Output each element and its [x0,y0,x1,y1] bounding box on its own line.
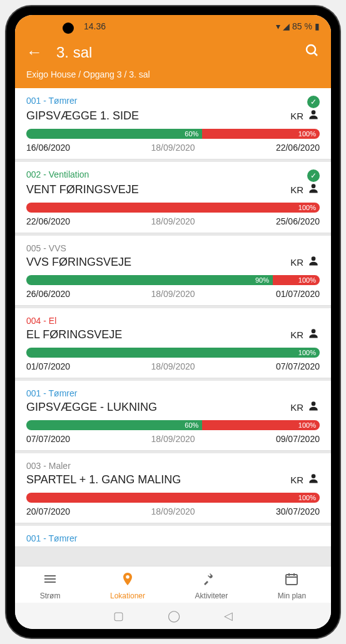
task-dates: 22/06/202018/09/202025/06/2020 [26,216,320,226]
task-title: EL FØRINGSVEJE [26,328,122,341]
breadcrumb[interactable]: Exigo House / Opgang 3 / 3. sal [26,69,320,79]
nav-item-lokationer[interactable]: Lokationer [110,571,145,600]
task-assignee: KR [290,327,320,343]
svg-point-7 [312,474,316,478]
task-code: 001 - Tømrer [26,533,77,543]
date-mid: 18/09/2020 [151,289,195,299]
strøm-icon [43,571,58,590]
task-title: GIPSVÆGGE 1. SIDE [26,109,139,123]
android-nav-bar: ▢ ◯ ◁ [15,603,331,629]
task-dates: 07/07/202018/09/202009/07/2020 [26,434,320,444]
date-end: 22/06/2020 [276,143,320,153]
wifi-icon: ▾ [276,21,280,31]
battery-icon: ▮ [315,21,320,31]
android-back-button[interactable]: ◁ [224,609,233,623]
status-right: ▾ ◢ 85 % ▮ [276,21,320,31]
person-icon [307,254,320,270]
svg-point-4 [312,256,316,261]
progress-bar: 100% [26,348,320,358]
progress-label: 100% [298,420,316,430]
nav-item-min plan[interactable]: Min plan [278,571,306,600]
screen: 14.36 ▾ ◢ 85 % ▮ ← 3. sal Exigo House / … [15,15,331,629]
person-icon [307,108,320,124]
min plan-icon [284,571,299,590]
date-start: 20/07/2020 [26,506,70,516]
svg-point-2 [312,110,316,114]
person-icon [307,545,320,547]
nav-item-aktiviteter[interactable]: Aktiviteter [195,571,228,600]
nav-label: Strøm [40,591,61,600]
date-end: 07/07/2020 [276,361,320,371]
progress-label: 100% [298,129,316,139]
task-code: 003 - Maler [26,461,71,471]
status-time: 14.36 [84,21,106,31]
task-dates: 16/06/202018/09/202022/06/2020 [26,143,320,153]
progress-label: 100% [298,348,316,358]
task-assignee: KR [290,108,320,124]
task-card[interactable]: 001 - TømrerGIPSVÆGGE - LUKNINGKR60%100%… [15,381,331,451]
search-button[interactable] [305,43,320,62]
progress-label: 100% [298,275,316,285]
date-mid: 18/09/2020 [151,434,195,444]
camera-cutout [63,23,74,34]
task-code: 001 - Tømrer [26,96,77,106]
app-header: ← 3. sal Exigo House / Opgang 3 / 3. sal [15,38,331,88]
nav-label: Lokationer [110,591,145,600]
nav-label: Min plan [278,591,306,600]
checkmark-icon: ✓ [307,169,320,182]
battery-text: 85 % [292,21,312,31]
svg-point-6 [312,401,316,406]
android-home-button[interactable]: ◯ [168,609,180,623]
task-title: LOFTSKINNER [26,546,105,547]
task-card[interactable]: 002 - Ventilation✓VENT FØRINGSVEJEKR100%… [15,162,331,233]
aktiviteter-icon [204,571,219,590]
nav-label: Aktiviteter [195,591,228,600]
svg-point-0 [307,45,315,54]
progress-bar: 60%100% [26,129,320,139]
svg-rect-9 [286,575,297,585]
task-card[interactable]: 005 - VVSVVS FØRINGSVEJEKR90%100%26/06/2… [15,236,331,306]
svg-point-5 [312,329,316,333]
task-list[interactable]: 001 - Tømrer✓GIPSVÆGGE 1. SIDEKR60%100%1… [15,88,331,566]
date-start: 01/07/2020 [26,361,70,371]
android-recent-button[interactable]: ▢ [113,609,124,623]
task-dates: 01/07/202018/09/202007/07/2020 [26,361,320,371]
task-code: 004 - El [26,316,56,326]
task-card[interactable]: 001 - Tømrer✓GIPSVÆGGE 1. SIDEKR60%100%1… [15,88,331,159]
task-card[interactable]: 004 - ElEL FØRINGSVEJEKR100%01/07/202018… [15,308,331,378]
progress-bar: 100% [26,203,320,213]
svg-line-1 [314,53,317,56]
date-mid: 18/09/2020 [151,143,195,153]
progress-label: 60% [185,129,198,139]
date-start: 07/07/2020 [26,434,70,444]
task-title: GIPSVÆGGE - LUKNING [26,401,157,414]
back-button[interactable]: ← [26,43,43,62]
date-end: 09/07/2020 [276,434,320,444]
svg-point-8 [312,546,316,547]
task-assignee: KR [290,254,320,270]
task-code: 001 - Tømrer [26,388,77,398]
task-code: 005 - VVS [26,243,66,253]
task-dates: 26/06/202018/09/202001/07/2020 [26,289,320,299]
progress-bar: 100% [26,493,320,503]
svg-point-3 [312,184,316,188]
task-title: VENT FØRINGSVEJE [26,183,139,196]
bottom-nav: StrømLokationerAktiviteterMin plan [15,566,331,603]
page-title: 3. sal [56,44,92,61]
person-icon [307,327,320,343]
task-assignee: KR [290,472,320,488]
task-card[interactable]: 003 - MalerSPARTEL + 1. GANG MALINGKR100… [15,453,331,523]
person-icon [307,182,320,198]
signal-icon: ◢ [283,21,290,31]
progress-label: 100% [298,203,316,213]
task-title: SPARTEL + 1. GANG MALING [26,473,181,486]
task-code: 002 - Ventilation [26,169,89,179]
date-mid: 18/09/2020 [151,361,195,371]
task-card[interactable]: 001 - TømrerLOFTSKINNERKR [15,526,331,547]
nav-item-strøm[interactable]: Strøm [40,571,61,600]
task-assignee: KR [290,400,320,415]
progress-bar: 90%100% [26,275,320,285]
date-mid: 18/09/2020 [151,506,195,516]
task-assignee: KR [290,545,320,547]
task-assignee: KR [290,182,320,198]
